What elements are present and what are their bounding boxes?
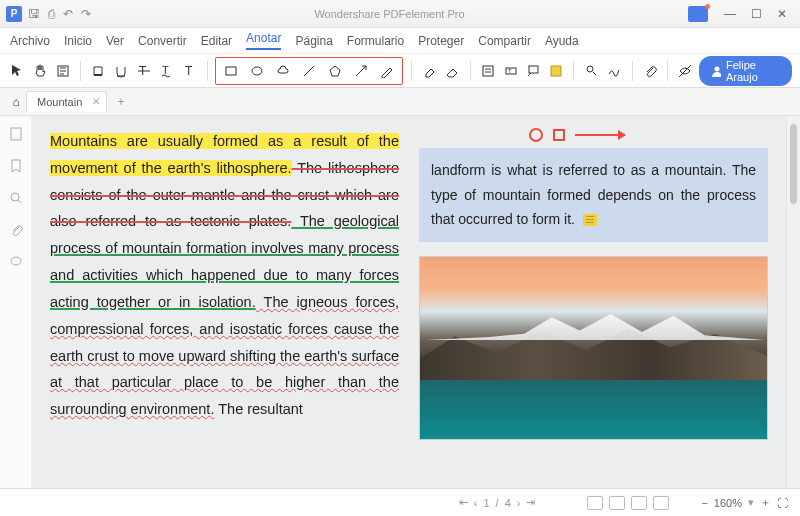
signature-tool-icon[interactable] — [605, 60, 624, 82]
shape-tools-group — [215, 57, 403, 85]
view-facing-icon[interactable] — [631, 496, 647, 510]
menu-anotar[interactable]: Anotar — [246, 31, 281, 50]
paragraph-1: Mountains are usually formed as a result… — [50, 128, 399, 423]
note-tool-icon[interactable] — [479, 60, 498, 82]
rectangle-tool-icon[interactable] — [220, 60, 242, 82]
left-column: Mountains are usually formed as a result… — [50, 128, 399, 476]
zoom-level[interactable]: 160% — [714, 497, 742, 509]
menubar: Archivo Inicio Ver Convertir Editar Anot… — [0, 28, 800, 54]
svg-text:T: T — [508, 68, 512, 74]
page-total: 4 — [505, 497, 511, 509]
menu-inicio[interactable]: Inicio — [64, 34, 92, 48]
document-view[interactable]: Mountains are usually formed as a result… — [32, 116, 786, 488]
arrow-tool-icon[interactable] — [350, 60, 372, 82]
notification-icon[interactable] — [688, 6, 708, 22]
menu-convertir[interactable]: Convertir — [138, 34, 187, 48]
bookmarks-icon[interactable] — [8, 158, 24, 174]
tab-close-icon[interactable]: ✕ — [92, 96, 100, 107]
window-controls: — ☐ ✕ — [718, 4, 794, 24]
menu-compartir[interactable]: Compartir — [478, 34, 531, 48]
eraser-tool-icon[interactable] — [420, 60, 439, 82]
text-note-box[interactable]: landform is what is referred to as a mou… — [419, 148, 768, 242]
pencil-tool-icon[interactable] — [376, 60, 398, 82]
menu-archivo[interactable]: Archivo — [10, 34, 50, 48]
mountain-image — [419, 256, 768, 440]
comments-icon[interactable] — [8, 254, 24, 270]
arrow-annotation-icon[interactable] — [575, 134, 625, 136]
polygon-tool-icon[interactable] — [324, 60, 346, 82]
main-area: Mountains are usually formed as a result… — [0, 116, 800, 488]
home-tab-icon[interactable]: ⌂ — [6, 95, 26, 109]
edit-tool-icon[interactable] — [53, 60, 72, 82]
search-icon[interactable] — [8, 190, 24, 206]
print-icon[interactable]: ⎙ — [48, 7, 55, 21]
line-tool-icon[interactable] — [298, 60, 320, 82]
circle-annotation-icon[interactable] — [529, 128, 543, 142]
area-highlight-icon[interactable] — [547, 60, 566, 82]
text-squiggly: The igneous forces, compressional forces… — [50, 294, 399, 417]
select-tool-icon[interactable] — [8, 60, 27, 82]
page-navigation: ⇤ ‹ 1 / 4 › ⇥ — [459, 496, 536, 509]
menu-editar[interactable]: Editar — [201, 34, 232, 48]
sticky-note-icon[interactable] — [583, 214, 597, 226]
zoom-controls: − 160% ▾ ＋ ⛶ — [701, 495, 788, 510]
textbox-tool-icon[interactable]: T — [501, 60, 520, 82]
redo-icon[interactable]: ↷ — [81, 7, 91, 21]
highlight-tool-icon[interactable] — [89, 60, 108, 82]
tab-label: Mountain — [37, 96, 82, 108]
menu-ayuda[interactable]: Ayuda — [545, 34, 579, 48]
svg-point-11 — [587, 66, 593, 72]
cloud-tool-icon[interactable] — [272, 60, 294, 82]
right-column: landform is what is referred to as a mou… — [419, 128, 768, 476]
view-facing-cont-icon[interactable] — [653, 496, 669, 510]
attachments-icon[interactable] — [8, 222, 24, 238]
scrollbar-thumb[interactable] — [790, 124, 797, 204]
document-tab[interactable]: Mountain ✕ — [26, 91, 107, 112]
next-page-icon[interactable]: › — [517, 497, 521, 509]
zoom-in-icon[interactable]: ＋ — [760, 495, 771, 510]
vertical-scrollbar[interactable] — [786, 116, 800, 488]
svg-rect-9 — [529, 66, 538, 73]
callout-tool-icon[interactable] — [524, 60, 543, 82]
zoom-out-icon[interactable]: − — [701, 497, 707, 509]
menu-ver[interactable]: Ver — [106, 34, 124, 48]
strikethrough-tool-icon[interactable]: T — [134, 60, 153, 82]
svg-point-15 — [11, 257, 21, 265]
menu-formulario[interactable]: Formulario — [347, 34, 404, 48]
last-page-icon[interactable]: ⇥ — [526, 496, 535, 509]
svg-rect-13 — [11, 128, 21, 140]
square-annotation-icon[interactable] — [553, 129, 565, 141]
squiggly-tool-icon[interactable]: T — [157, 60, 176, 82]
svg-point-5 — [252, 67, 262, 75]
save-icon[interactable]: 🖫 — [28, 7, 40, 21]
fullscreen-icon[interactable]: ⛶ — [777, 497, 788, 509]
page-sep: / — [496, 497, 499, 509]
thumbnails-icon[interactable] — [8, 126, 24, 142]
user-button[interactable]: Felipe Araujo — [699, 56, 792, 86]
quick-access: 🖫 ⎙ ↶ ↷ — [28, 7, 91, 21]
hide-annotations-icon[interactable] — [676, 60, 695, 82]
view-continuous-icon[interactable] — [609, 496, 625, 510]
hand-tool-icon[interactable] — [31, 60, 50, 82]
prev-page-icon[interactable]: ‹ — [474, 497, 478, 509]
user-icon — [711, 65, 721, 77]
oval-tool-icon[interactable] — [246, 60, 268, 82]
first-page-icon[interactable]: ⇤ — [459, 496, 468, 509]
attachment-tool-icon[interactable] — [641, 60, 660, 82]
close-button[interactable]: ✕ — [770, 4, 794, 24]
stamp-tool-icon[interactable] — [582, 60, 601, 82]
minimize-button[interactable]: — — [718, 4, 742, 24]
menu-proteger[interactable]: Proteger — [418, 34, 464, 48]
underline-tool-icon[interactable] — [112, 60, 131, 82]
annotate-toolbar: T T T T Felipe Araujo — [0, 54, 800, 88]
new-tab-button[interactable]: ＋ — [107, 93, 135, 110]
maximize-button[interactable]: ☐ — [744, 4, 768, 24]
svg-point-14 — [11, 193, 19, 201]
caret-tool-icon[interactable]: T — [180, 60, 199, 82]
view-single-icon[interactable] — [587, 496, 603, 510]
undo-icon[interactable]: ↶ — [63, 7, 73, 21]
page-current[interactable]: 1 — [483, 497, 489, 509]
eraser2-tool-icon[interactable] — [443, 60, 462, 82]
menu-pagina[interactable]: Página — [295, 34, 332, 48]
titlebar: P 🖫 ⎙ ↶ ↷ Wondershare PDFelement Pro — ☐… — [0, 0, 800, 28]
